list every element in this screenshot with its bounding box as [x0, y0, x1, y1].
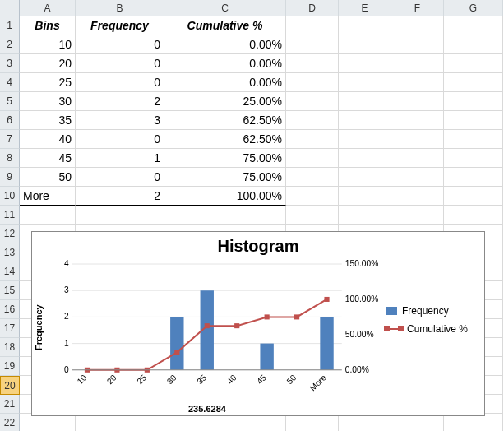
row-header-12[interactable]: 12 — [0, 225, 20, 243]
cell-E9[interactable] — [339, 168, 391, 187]
cell-D9[interactable] — [286, 168, 339, 187]
cell-E6[interactable] — [339, 111, 391, 130]
cell-F7[interactable] — [391, 130, 444, 149]
col-header-D[interactable]: D — [286, 0, 339, 16]
row-header-7[interactable]: 7 — [0, 130, 20, 149]
cell-B3[interactable]: 0 — [76, 54, 164, 73]
cell-D11[interactable] — [286, 206, 339, 225]
row-6[interactable]: 635362.50% — [0, 111, 504, 130]
row-header-3[interactable]: 3 — [0, 54, 20, 73]
row-header-21[interactable]: 21 — [0, 395, 20, 414]
cell-F6[interactable] — [391, 111, 444, 130]
cell-A5[interactable]: 30 — [20, 92, 76, 111]
row-11[interactable]: 11 — [0, 206, 504, 225]
row-header-2[interactable]: 2 — [0, 35, 20, 54]
cell-F8[interactable] — [391, 149, 444, 168]
cell-C6[interactable]: 62.50% — [164, 111, 286, 130]
col-header-C[interactable]: C — [164, 0, 286, 16]
cell-A4[interactable]: 25 — [20, 73, 76, 92]
cell-F1[interactable] — [391, 16, 444, 35]
cell-G7[interactable] — [444, 130, 503, 149]
row-header-9[interactable]: 9 — [0, 168, 20, 187]
row-header-15[interactable]: 15 — [0, 281, 20, 300]
row-header-4[interactable]: 4 — [0, 73, 20, 92]
cell-F3[interactable] — [391, 54, 444, 73]
cell-C2[interactable]: 0.00% — [164, 35, 286, 54]
cell-D3[interactable] — [286, 54, 339, 73]
cell-F5[interactable] — [391, 92, 444, 111]
cell-F2[interactable] — [391, 35, 444, 54]
cell-G9[interactable] — [444, 168, 503, 187]
row-header-14[interactable]: 14 — [0, 262, 20, 281]
row-header-8[interactable]: 8 — [0, 149, 20, 168]
cell-A10[interactable]: More — [20, 187, 76, 206]
row-2[interactable]: 21000.00% — [0, 35, 504, 54]
row-header-13[interactable]: 13 — [0, 243, 20, 262]
cell-E4[interactable] — [339, 73, 391, 92]
cell-A22[interactable] — [20, 414, 76, 431]
cell-G10[interactable] — [444, 187, 503, 206]
chart-plot-area[interactable]: 012340.00%50.00%100.00%150.00%1020253035… — [47, 259, 384, 400]
cell-B22[interactable] — [76, 414, 164, 431]
cell-C4[interactable]: 0.00% — [164, 73, 286, 92]
cell-G3[interactable] — [444, 54, 503, 73]
cell-G22[interactable] — [444, 414, 503, 431]
cell-E2[interactable] — [339, 35, 391, 54]
cell-E8[interactable] — [339, 149, 391, 168]
cell-E5[interactable] — [339, 92, 391, 111]
row-header-11[interactable]: 11 — [0, 206, 20, 225]
row-1[interactable]: 1 Bins Frequency Cumulative % — [0, 16, 504, 35]
row-header-19[interactable]: 19 — [0, 357, 20, 376]
cell-C11[interactable] — [164, 206, 286, 225]
cell-C10[interactable]: 100.00% — [164, 187, 286, 206]
cell-E3[interactable] — [339, 54, 391, 73]
cell-D1[interactable] — [286, 16, 339, 35]
row-22[interactable]: 22 — [0, 414, 504, 431]
cell-D7[interactable] — [286, 130, 339, 149]
cell-B1[interactable]: Frequency — [76, 16, 164, 35]
cell-B8[interactable]: 1 — [76, 149, 164, 168]
row-header-5[interactable]: 5 — [0, 92, 20, 111]
cell-A7[interactable]: 40 — [20, 130, 76, 149]
cell-F4[interactable] — [391, 73, 444, 92]
row-9[interactable]: 950075.00% — [0, 168, 504, 187]
cell-B10[interactable]: 2 — [76, 187, 164, 206]
cell-G1[interactable] — [444, 16, 503, 35]
col-header-E[interactable]: E — [339, 0, 391, 16]
cell-C7[interactable]: 62.50% — [164, 130, 286, 149]
cell-A9[interactable]: 50 — [20, 168, 76, 187]
cell-D8[interactable] — [286, 149, 339, 168]
cell-G5[interactable] — [444, 92, 503, 111]
row-header-22[interactable]: 22 — [0, 414, 20, 431]
cell-C3[interactable]: 0.00% — [164, 54, 286, 73]
cell-D10[interactable] — [286, 187, 339, 206]
cell-D5[interactable] — [286, 92, 339, 111]
row-header-17[interactable]: 17 — [0, 319, 20, 338]
cell-E22[interactable] — [339, 414, 391, 431]
cell-D4[interactable] — [286, 73, 339, 92]
cell-F22[interactable] — [391, 414, 444, 431]
cell-B6[interactable]: 3 — [76, 111, 164, 130]
row-header-18[interactable]: 18 — [0, 338, 20, 357]
row-10[interactable]: 10More2100.00% — [0, 187, 504, 206]
cell-C9[interactable]: 75.00% — [164, 168, 286, 187]
col-header-A[interactable]: A — [20, 0, 76, 16]
cell-F10[interactable] — [391, 187, 444, 206]
col-header-G[interactable]: G — [444, 0, 503, 16]
select-all-corner[interactable] — [0, 0, 20, 16]
cell-C1[interactable]: Cumulative % — [164, 16, 286, 35]
cell-D22[interactable] — [286, 414, 339, 431]
cell-A2[interactable]: 10 — [20, 35, 76, 54]
row-3[interactable]: 32000.00% — [0, 54, 504, 73]
row-header-1[interactable]: 1 — [0, 16, 20, 35]
cell-G4[interactable] — [444, 73, 503, 92]
row-header-6[interactable]: 6 — [0, 111, 20, 130]
cell-F9[interactable] — [391, 168, 444, 187]
cell-E10[interactable] — [339, 187, 391, 206]
cell-B9[interactable]: 0 — [76, 168, 164, 187]
row-header-20[interactable]: 20 — [0, 376, 20, 395]
cell-D2[interactable] — [286, 35, 339, 54]
row-header-10[interactable]: 10 — [0, 187, 20, 206]
cell-E7[interactable] — [339, 130, 391, 149]
row-7[interactable]: 740062.50% — [0, 130, 504, 149]
